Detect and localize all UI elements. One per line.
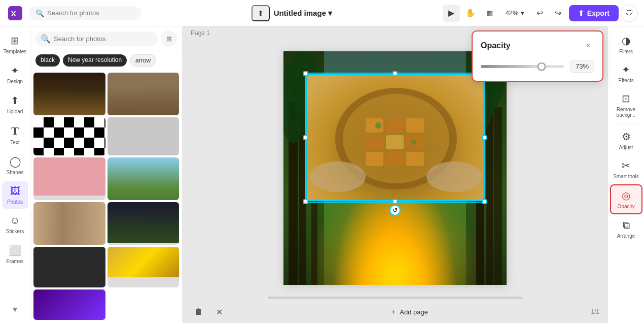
panel-search-bar[interactable]: 🔍	[35, 31, 158, 46]
remove-bg-icon: ⊡	[622, 92, 630, 105]
canvas-element[interactable]: ↺	[283, 51, 507, 285]
sidebar-item-shapes[interactable]: ◯ Shapes	[2, 151, 28, 179]
upload-button[interactable]: ⬆	[252, 5, 270, 21]
horizontal-scrollbar[interactable]	[268, 297, 523, 299]
list-item[interactable]	[33, 247, 105, 287]
list-item[interactable]	[108, 157, 180, 200]
add-page-label: Add page	[400, 308, 428, 316]
svg-rect-21	[366, 135, 383, 149]
opacity-slider[interactable]	[481, 65, 564, 68]
svg-rect-22	[386, 135, 404, 149]
list-item[interactable]	[33, 117, 105, 155]
effects-label: Effects	[618, 78, 633, 83]
zoom-button[interactable]: ▦	[481, 5, 498, 22]
sidebar-more-button[interactable]: ▾	[11, 300, 19, 319]
stickers-icon: ☺	[10, 215, 20, 227]
doc-title-text: Untitled image	[274, 9, 326, 17]
logo[interactable]: X	[6, 4, 24, 22]
text-icon: T	[11, 124, 19, 138]
photo-panel-top: 🔍 ⊞	[30, 26, 182, 51]
svg-text:X: X	[11, 9, 17, 17]
rs-item-filters[interactable]: ◑ Filters	[610, 30, 642, 58]
search-bar[interactable]: 🔍	[29, 6, 141, 20]
export-icon: ⬆	[578, 9, 584, 17]
export-button[interactable]: ⬆ Export	[569, 5, 619, 21]
sidebar-item-templates[interactable]: ⊞ Templates	[2, 30, 28, 58]
sidebar-item-stickers[interactable]: ☺ Stickers	[2, 211, 28, 238]
templates-icon: ⊞	[11, 35, 19, 47]
list-item[interactable]	[108, 202, 180, 245]
photos-icon: 🖼	[10, 185, 20, 197]
svg-rect-19	[386, 118, 404, 133]
arrange-label: Arrange	[617, 233, 635, 239]
tag-arrow[interactable]: arrow	[130, 54, 156, 67]
list-item[interactable]	[33, 157, 105, 200]
hand-tool-button[interactable]: ✋	[462, 5, 479, 22]
shield-button[interactable]: 🛡	[621, 5, 638, 22]
svg-rect-24	[366, 152, 383, 166]
filters-icon: ◑	[622, 35, 630, 47]
photo-grid	[30, 70, 182, 323]
layout-icon: ▦	[487, 9, 493, 17]
shapes-icon: ◯	[10, 155, 21, 168]
opacity-close-button[interactable]: ×	[582, 40, 594, 52]
list-item[interactable]	[33, 73, 105, 115]
doc-title[interactable]: Untitled image ▾	[274, 9, 332, 18]
list-item[interactable]	[108, 117, 180, 155]
opacity-control: 73%	[481, 60, 594, 73]
zoom-level-button[interactable]: 42% ▾	[500, 6, 529, 20]
text-label: Text	[10, 140, 19, 145]
list-item[interactable]	[108, 73, 180, 115]
tag-row: black New year resolution arrow	[30, 51, 182, 70]
bottom-tools: 🗑 ✕	[191, 304, 227, 320]
sidebar-item-text[interactable]: T Text	[2, 120, 28, 149]
opacity-title: Opacity	[481, 41, 511, 50]
templates-label: Templates	[4, 49, 27, 54]
filters-label: Filters	[619, 49, 633, 54]
rs-item-remove-bg[interactable]: ⊡ Remove backgr...	[610, 88, 642, 122]
search-icon: 🔍	[35, 9, 44, 17]
redo-button[interactable]: ↪	[550, 5, 567, 22]
search-input[interactable]	[47, 9, 135, 17]
opacity-panel: Opacity × 73%	[472, 30, 603, 82]
frames-label: Frames	[7, 259, 24, 264]
svg-point-30	[426, 162, 482, 192]
opacity-value[interactable]: 73%	[570, 60, 594, 73]
svg-rect-25	[386, 152, 404, 166]
design-label: Design	[7, 79, 23, 84]
adjust-icon: ⚙	[622, 131, 631, 143]
redo-icon: ↪	[555, 8, 561, 18]
tag-black[interactable]: black	[35, 54, 60, 67]
sidebar-item-frames[interactable]: ⬜ Frames	[2, 240, 28, 268]
panel-filter-button[interactable]: ⊞	[161, 30, 177, 47]
rs-item-opacity[interactable]: ◎ Opacity	[610, 184, 642, 214]
sidebar-item-photos[interactable]: 🖼 Photos	[2, 181, 28, 209]
food-image-overlay[interactable]	[306, 74, 484, 201]
smart-tools-label: Smart tools	[613, 174, 639, 179]
svg-rect-26	[406, 152, 424, 166]
trash-button[interactable]: 🗑	[191, 304, 207, 320]
upload-icon-sb: ⬆	[11, 94, 19, 107]
zoom-level-text: 42%	[506, 9, 519, 17]
rs-item-arrange[interactable]: ⧉ Arrange	[610, 215, 642, 243]
opacity-slider-thumb[interactable]	[538, 62, 546, 71]
sidebar-item-design[interactable]: ✦ Design	[2, 60, 28, 88]
undo-button[interactable]: ↩	[531, 5, 549, 22]
list-item[interactable]	[108, 247, 180, 287]
select-tool-button[interactable]: ▶	[443, 5, 460, 22]
rs-item-adjust[interactable]: ⚙ Adjust	[610, 126, 642, 154]
list-item[interactable]	[33, 289, 105, 320]
rs-item-smart-tools[interactable]: ✂ Smart tools	[610, 155, 642, 183]
add-page-button[interactable]: ＋ Add page	[384, 304, 434, 319]
svg-point-27	[375, 122, 381, 128]
photo-panel: 🔍 ⊞ black New year resolution arrow	[30, 26, 183, 323]
close-icon: ×	[586, 41, 590, 50]
tag-new-year[interactable]: New year resolution	[63, 54, 127, 67]
header-center: ⬆ Untitled image ▾	[146, 5, 438, 21]
delete-button[interactable]: ✕	[211, 304, 227, 320]
sidebar-item-upload[interactable]: ⬆ Upload	[2, 90, 28, 118]
shield-icon: 🛡	[625, 9, 633, 18]
panel-search-input[interactable]	[54, 35, 153, 43]
rs-item-effects[interactable]: ✦ Effects	[610, 59, 642, 87]
list-item[interactable]	[33, 202, 105, 245]
